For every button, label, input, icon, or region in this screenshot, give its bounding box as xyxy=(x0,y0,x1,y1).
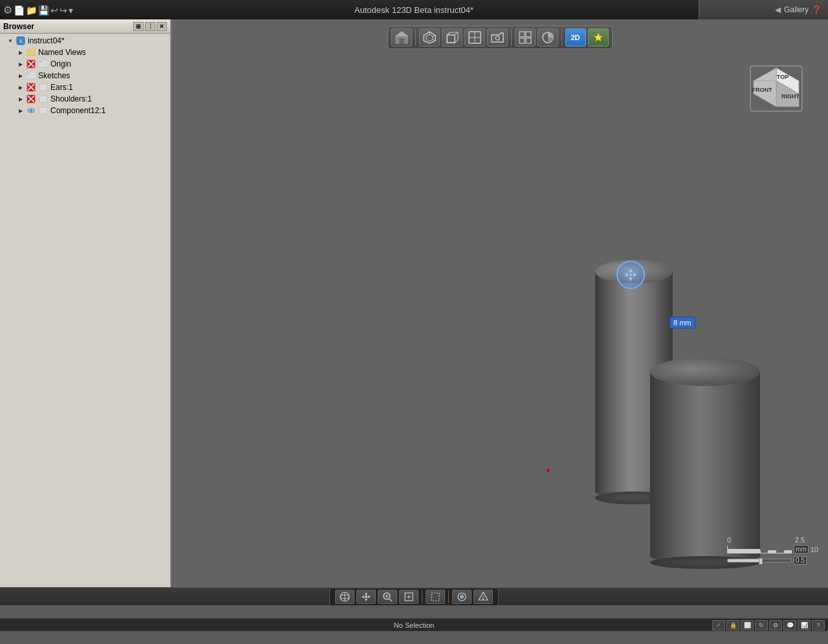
tree-component12[interactable]: ▶ Component12:1 xyxy=(0,105,170,116)
redo-icon[interactable]: ↪ xyxy=(60,5,67,15)
sketches-arrow: ▶ xyxy=(16,70,26,81)
status-chat-btn[interactable]: 💬 xyxy=(783,620,796,630)
vp-star-btn[interactable] xyxy=(588,28,609,47)
svg-marker-20 xyxy=(426,34,433,41)
svg-text:RIGHT: RIGHT xyxy=(781,93,800,100)
browser-header: Browser ⊞ ⋮ ✕ xyxy=(0,19,170,34)
tree-named-views[interactable]: ▶ Named Views xyxy=(0,47,170,58)
open-icon[interactable]: 📁 xyxy=(26,5,37,15)
svg-marker-42 xyxy=(754,81,776,107)
tree-root[interactable]: ▼ i instruct04* xyxy=(0,35,170,47)
gallery-label[interactable]: Gallery xyxy=(784,5,809,14)
browser-close-btn[interactable]: ✕ xyxy=(157,22,167,31)
status-check-btn[interactable]: ✓ xyxy=(712,620,725,630)
tree-ears[interactable]: ▶ Ears:1 xyxy=(0,81,170,93)
tree-shoulders[interactable]: ▶ Shoulders:1 xyxy=(0,93,170,105)
origin-folder-icon xyxy=(38,59,49,69)
vp-box-btn[interactable] xyxy=(442,28,463,47)
status-message: No Selection xyxy=(394,621,434,629)
svg-marker-57 xyxy=(365,599,367,601)
gallery-arrow-left[interactable]: ◀ xyxy=(775,5,781,14)
tree-origin[interactable]: ▶ Origin xyxy=(0,58,170,70)
status-right-buttons: ✓ 🔒 ⬜ ↻ ⚙ 💬 📊 ? xyxy=(712,620,825,630)
bt-sep-1 xyxy=(422,590,422,603)
vp-perspective-btn[interactable] xyxy=(419,28,440,47)
save-icon[interactable]: 💾 xyxy=(38,5,49,15)
view-cube[interactable]: TOP FRONT RIGHT xyxy=(744,65,809,129)
status-chart-btn[interactable]: 📊 xyxy=(798,620,811,630)
select-box-btn[interactable] xyxy=(426,590,445,604)
browser-grid-btn[interactable]: ⊞ xyxy=(133,22,144,31)
appearance-btn[interactable] xyxy=(452,590,472,604)
vp-sep-1 xyxy=(415,29,416,46)
vp-2d-btn[interactable]: 2D xyxy=(565,28,586,47)
navigate-orbit-btn[interactable] xyxy=(335,590,354,604)
svg-marker-56 xyxy=(365,592,367,595)
viewport[interactable]: 2D xyxy=(171,19,828,600)
sketches-label: Sketches xyxy=(38,71,70,80)
svg-text:FRONT: FRONT xyxy=(752,87,772,93)
status-rotate-btn[interactable]: ↻ xyxy=(755,620,768,630)
component12-eye-icon xyxy=(26,105,36,116)
shoulders-arrow: ▶ xyxy=(16,94,26,104)
svg-line-27 xyxy=(455,32,458,35)
svg-rect-18 xyxy=(399,38,404,44)
component12-box-icon xyxy=(38,105,49,116)
app-menu-icon[interactable]: ⚙ xyxy=(3,4,12,16)
svg-rect-36 xyxy=(526,38,531,43)
browser-title: Browser xyxy=(3,22,34,31)
move-handle[interactable] xyxy=(615,259,647,291)
status-gear-btn[interactable]: ⚙ xyxy=(769,620,782,630)
svg-rect-24 xyxy=(447,35,455,43)
svg-point-60 xyxy=(365,596,367,598)
component12-arrow: ▶ xyxy=(16,105,26,116)
status-lock-btn[interactable]: 🔒 xyxy=(726,620,739,630)
vp-view-btn[interactable] xyxy=(464,28,485,47)
app-title: Autodesk 123D Beta instruct04* xyxy=(354,5,474,15)
svg-marker-48 xyxy=(629,268,633,272)
svg-point-52 xyxy=(629,274,632,276)
cylinder-short xyxy=(650,372,760,563)
material-btn[interactable] xyxy=(474,590,493,604)
vp-sep-3 xyxy=(561,29,562,46)
svg-marker-49 xyxy=(629,277,633,281)
red-dot xyxy=(547,469,550,472)
root-arrow: ▼ xyxy=(5,36,16,46)
title-bar-left-icons: ⚙ 📄 📁 💾 ↩ ↪ ▾ xyxy=(3,4,73,16)
sketches-folder-icon xyxy=(26,70,36,81)
svg-rect-12 xyxy=(39,96,47,102)
named-views-label: Named Views xyxy=(38,48,86,57)
main-area: Browser ⊞ ⋮ ✕ ▼ i instruct04* xyxy=(0,19,828,631)
vp-shading-btn[interactable] xyxy=(538,28,558,47)
root-icon: i xyxy=(16,36,26,46)
vp-home-btn[interactable] xyxy=(391,28,412,47)
status-help-btn[interactable]: ? xyxy=(812,620,825,630)
shoulders-box-icon xyxy=(38,94,49,104)
vp-camera-btn[interactable] xyxy=(487,28,508,47)
status-layers-btn[interactable]: ⬜ xyxy=(741,620,754,630)
tree-sketches[interactable]: ▶ Sketches xyxy=(0,70,170,81)
dropdown-icon[interactable]: ▾ xyxy=(69,5,73,15)
browser-header-buttons: ⊞ ⋮ ✕ xyxy=(133,22,167,31)
ears-box-icon xyxy=(38,82,49,92)
svg-point-70 xyxy=(460,595,464,599)
vp-grid-btn[interactable] xyxy=(515,28,536,47)
navigate-fit-btn[interactable] xyxy=(399,590,419,604)
browser-dock-btn[interactable]: ⋮ xyxy=(145,22,155,31)
navigate-zoom-btn[interactable] xyxy=(378,590,397,604)
svg-rect-35 xyxy=(519,38,525,43)
bt-sep-2 xyxy=(448,590,449,603)
undo-icon[interactable]: ↩ xyxy=(50,5,58,15)
help-icon[interactable]: ❓ xyxy=(812,5,822,14)
origin-arrow: ▶ xyxy=(16,59,26,69)
navigate-pan-btn[interactable] xyxy=(356,590,376,604)
svg-marker-50 xyxy=(624,273,628,277)
dimension-tooltip: 8 mm xyxy=(670,317,695,328)
svg-rect-68 xyxy=(431,593,439,601)
svg-rect-34 xyxy=(526,32,531,37)
status-bar: No Selection ✓ 🔒 ⬜ ↻ ⚙ 💬 📊 ? xyxy=(0,618,828,631)
svg-marker-38 xyxy=(594,33,603,41)
vp-sep-2 xyxy=(511,29,512,46)
new-icon[interactable]: 📄 xyxy=(14,5,25,15)
origin-icon xyxy=(26,59,36,69)
